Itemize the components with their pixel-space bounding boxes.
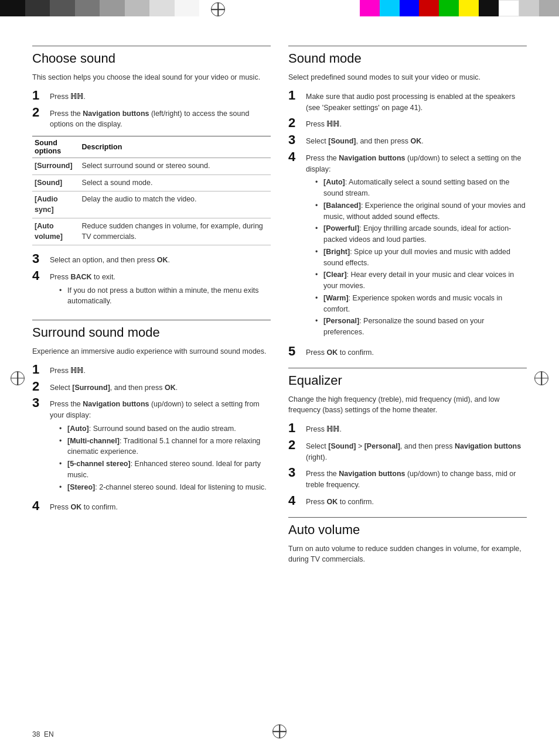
step-number: 4 — [288, 494, 301, 507]
bullet-item: [Clear]: Hear every detail in your music… — [315, 269, 527, 292]
step-item: 2 Press ℍℍ. — [288, 117, 527, 130]
step-item: 1 Press ℍℍ. — [32, 363, 271, 377]
step-number: 3 — [288, 466, 301, 479]
auto-volume-intro: Turn on auto volume to reduce sudden cha… — [288, 543, 527, 566]
step-item: 4 Press OK to confirm. — [288, 494, 527, 508]
bullet-item: [Auto]: Surround sound based on the audi… — [59, 423, 271, 435]
step-item: 4 Press BACK to exit. If you do not pres… — [32, 269, 271, 310]
reg-mark-right — [534, 371, 548, 385]
step-number: 3 — [32, 252, 45, 265]
step-bullets: [Auto]: Automatically select a sound set… — [315, 177, 527, 338]
choose-sound-title: Choose sound — [32, 51, 271, 66]
step-number: 1 — [32, 89, 45, 102]
step-item: 2 Select [Surround], and then press OK. — [32, 380, 271, 394]
step-text: Press the Navigation buttons (left/right… — [50, 106, 271, 131]
color-bar-right — [360, 0, 559, 16]
page-footer: 38 EN — [32, 730, 54, 738]
step-text: Select [Sound] > [Personal], and then pr… — [306, 439, 527, 463]
step-text: Press ℍℍ. — [306, 422, 342, 435]
step-text: Make sure that audio post processing is … — [306, 89, 527, 114]
step-item: 1 Make sure that audio post processing i… — [288, 89, 527, 114]
auto-volume-section: Auto volume Turn on auto volume to reduc… — [288, 517, 527, 566]
surround-sound-title: Surround sound mode — [32, 325, 271, 340]
step-item: 5 Press OK to confirm. — [288, 345, 527, 358]
reg-mark-top-center — [211, 2, 225, 16]
step-text: Press the Navigation buttons (up/down) t… — [50, 396, 271, 496]
step-number: 4 — [32, 500, 45, 512]
reg-mark-left — [11, 371, 25, 385]
sound-mode-intro: Select predefined sound modes to suit yo… — [288, 72, 527, 83]
step-number: 2 — [288, 439, 301, 451]
bullet-item: [Balanced]: Experience the original soun… — [315, 200, 527, 223]
table-cell-desc: Delay the audio to match the video. — [80, 191, 271, 218]
step-number: 3 — [288, 134, 301, 146]
step-number: 2 — [32, 106, 45, 119]
table-cell-option: [Sound] — [32, 175, 80, 191]
section-divider-auto-volume — [288, 517, 527, 518]
page-lang: EN — [44, 730, 54, 738]
step-text: Press the Navigation buttons (up/down) t… — [306, 466, 527, 491]
bullet-item: If you do not press a button within a mi… — [59, 285, 271, 307]
step-text: Select an option, and then press OK. — [50, 252, 170, 266]
step-item: 2 Select [Sound] > [Personal], and then … — [288, 439, 527, 463]
choose-sound-steps-pre: 1 Press ℍℍ. 2 Press the Navigation butto… — [32, 89, 271, 130]
step-text: Select [Sound], and then press OK. — [306, 134, 424, 147]
step-number: 1 — [288, 422, 301, 435]
step-text: Press the Navigation buttons (up/down) t… — [306, 150, 527, 341]
bullet-item: [5-channel stereo]: Enhanced stereo soun… — [59, 459, 271, 481]
sound-options-table: Soundoptions Description [Surround] Sele… — [32, 136, 271, 245]
step-item: 1 Press ℍℍ. — [32, 89, 271, 102]
bullet-item: [Stereo]: 2-channel stereo sound. Ideal … — [59, 482, 271, 493]
step-number: 5 — [288, 345, 301, 358]
step-item: 1 Press ℍℍ. — [288, 422, 527, 435]
step-text: Press OK to confirm. — [50, 500, 118, 513]
bullet-item: [Powerful]: Enjoy thrilling arcade sound… — [315, 223, 527, 245]
choose-sound-intro: This section helps you choose the ideal … — [32, 72, 271, 83]
equalizer-intro: Change the high frequency (treble), mid … — [288, 394, 527, 416]
surround-sound-section: Surround sound mode Experience an immers… — [32, 320, 271, 513]
step-number: 2 — [288, 117, 301, 129]
step-text: Select [Surround], and then press OK. — [50, 380, 178, 394]
table-row: [Sound] Select a sound mode. — [32, 175, 271, 191]
right-column: Sound mode Select predefined sound modes… — [288, 46, 527, 574]
step-text: Press ℍℍ. — [306, 117, 342, 130]
choose-sound-steps-post: 3 Select an option, and then press OK. 4… — [32, 252, 271, 310]
sound-mode-title: Sound mode — [288, 51, 527, 66]
step-bullets: If you do not press a button within a mi… — [59, 285, 271, 307]
step-text: Press BACK to exit. If you do not press … — [50, 269, 271, 310]
section-divider-surround — [32, 320, 271, 320]
equalizer-steps: 1 Press ℍℍ. 2 Select [Sound] > [Personal… — [288, 422, 527, 508]
step-number: 3 — [32, 396, 45, 409]
table-cell-desc: Select surround sound or stereo sound. — [80, 158, 271, 175]
bullet-item: [Auto]: Automatically select a sound set… — [315, 177, 527, 199]
table-cell-option: [Autovolume] — [32, 218, 80, 245]
step-item: 2 Press the Navigation buttons (left/rig… — [32, 106, 271, 131]
bullet-item: [Multi-channel]: Traditional 5.1 channel… — [59, 436, 271, 458]
table-cell-option: [Audiosync] — [32, 191, 80, 218]
step-text: Press OK to confirm. — [306, 494, 374, 508]
step-number: 1 — [32, 363, 45, 376]
surround-steps: 1 Press ℍℍ. 2 Select [Surround], and the… — [32, 363, 271, 513]
auto-volume-title: Auto volume — [288, 522, 527, 538]
step-item: 4 Press the Navigation buttons (up/down)… — [288, 150, 527, 341]
step-item: 3 Press the Navigation buttons (up/down)… — [288, 466, 527, 491]
color-bar-left — [0, 0, 199, 16]
bullet-item: [Bright]: Spice up your dull movies and … — [315, 247, 527, 269]
bullet-item: [Warm]: Experience spoken words and musi… — [315, 293, 527, 315]
section-divider-equalizer — [288, 368, 527, 368]
table-cell-desc: Reduce sudden changes in volume, for exa… — [80, 218, 271, 245]
table-cell-option: [Surround] — [32, 158, 80, 175]
step-item: 4 Press OK to confirm. — [32, 500, 271, 513]
bullet-item: [Personal]: Personalize the sound based … — [315, 316, 527, 338]
step-number: 2 — [32, 380, 45, 393]
table-cell-desc: Select a sound mode. — [80, 175, 271, 191]
table-header-desc: Description — [80, 136, 271, 158]
step-item: 3 Select an option, and then press OK. — [32, 252, 271, 266]
step-text: Press ℍℍ. — [50, 89, 86, 102]
equalizer-section: Equalizer Change the high frequency (tre… — [288, 368, 527, 508]
table-row: [Surround] Select surround sound or ster… — [32, 158, 271, 175]
table-row: [Autovolume] Reduce sudden changes in vo… — [32, 218, 271, 245]
section-divider-sound-mode — [288, 46, 527, 46]
table-header-options: Soundoptions — [32, 136, 80, 158]
step-item: 3 Press the Navigation buttons (up/down)… — [32, 396, 271, 496]
